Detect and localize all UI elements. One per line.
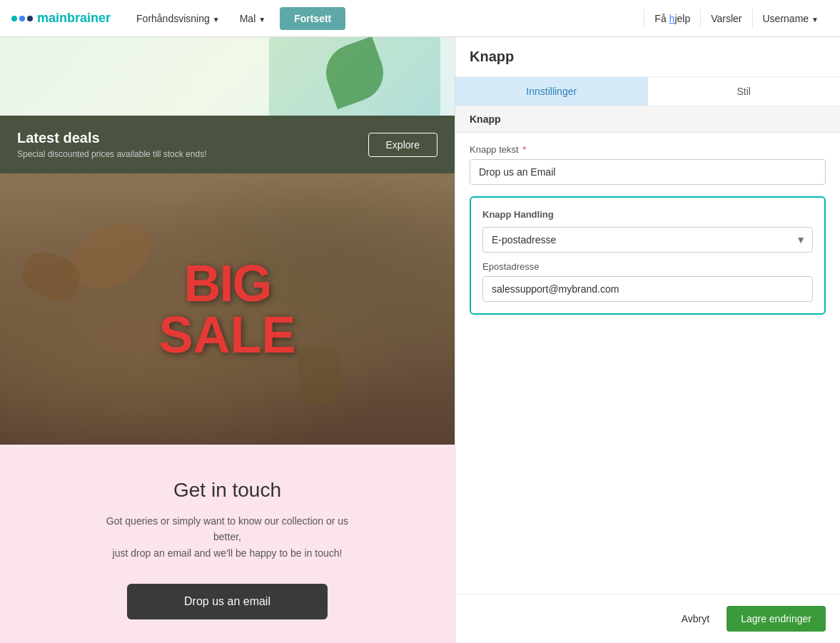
knapp-handling-label: Knapp Handling xyxy=(482,209,813,220)
panel-section-knapp: Knapp xyxy=(455,106,840,133)
nav-mal[interactable]: Mal xyxy=(231,9,274,29)
logo-dot-teal xyxy=(11,16,17,21)
logo-dot-navy xyxy=(27,16,33,21)
tab-innstillinger[interactable]: Innstillinger xyxy=(455,77,648,106)
chevron-down-icon xyxy=(213,13,220,24)
panel-footer: Avbryt Lagre endringer xyxy=(455,594,840,643)
panel-title: Knapp xyxy=(470,49,826,65)
big-text: BIG xyxy=(158,258,295,309)
nav-varsler[interactable]: Varsler xyxy=(700,9,752,29)
epostadresse-label: Epostadresse xyxy=(482,261,813,272)
right-panel: Knapp Innstillinger Stil Knapp Knapp tek… xyxy=(455,37,840,643)
preview-top-image-inner xyxy=(269,37,440,116)
panel-content: Knapp Knapp tekst * Knapp Handling E-pos… xyxy=(455,106,840,594)
sale-image-container: BIG SALE xyxy=(0,173,455,445)
explore-button[interactable]: Explore xyxy=(368,133,437,157)
deals-info: Latest deals Special discounted prices a… xyxy=(17,130,206,159)
deals-title: Latest deals xyxy=(17,130,206,146)
logo-brand: brainer xyxy=(67,11,111,25)
tab-stil[interactable]: Stil xyxy=(648,77,841,106)
epostadresse-input[interactable] xyxy=(482,276,813,302)
handling-select[interactable]: E-postadresse URL Telefon Ingen xyxy=(482,227,813,253)
topnav: mainbrainer Forhåndsvisning Mal Fortsett… xyxy=(0,0,840,37)
logo-dots xyxy=(11,16,33,21)
knapp-tekst-field: Knapp tekst * xyxy=(455,133,840,196)
nav-links: Forhåndsvisning Mal Fortsett xyxy=(128,7,345,30)
big-sale-text: BIG SALE xyxy=(158,258,295,360)
get-in-touch-title: Get in touch xyxy=(17,479,437,502)
chevron-down-icon xyxy=(258,13,265,24)
knapp-tekst-input[interactable] xyxy=(470,159,826,185)
logo-main: main xyxy=(37,11,67,25)
drop-email-button[interactable]: Drop us an email xyxy=(127,584,328,619)
preview-top-image xyxy=(0,37,455,116)
handling-select-wrapper: E-postadresse URL Telefon Ingen ▼ xyxy=(482,227,813,253)
logo[interactable]: mainbrainer xyxy=(11,11,111,26)
main-layout: Latest deals Special discounted prices a… xyxy=(0,37,840,643)
preview-panel: Latest deals Special discounted prices a… xyxy=(0,37,455,643)
nav-help[interactable]: Få hjelp xyxy=(644,9,700,29)
panel-tabs: Innstillinger Stil xyxy=(455,77,840,106)
lagre-button[interactable]: Lagre endringer xyxy=(727,606,826,632)
get-in-touch-body: Got queries or simply want to know our c… xyxy=(99,513,356,561)
chevron-down-icon xyxy=(811,13,819,24)
knapp-handling-box: Knapp Handling E-postadresse URL Telefon… xyxy=(470,196,826,315)
nav-username[interactable]: Username xyxy=(752,9,829,29)
deco-lamp xyxy=(298,347,341,404)
panel-header: Knapp xyxy=(455,37,840,77)
get-in-touch-section: Get in touch Got queries or simply want … xyxy=(0,445,455,643)
leaf-decoration xyxy=(318,37,392,109)
nav-forhandsvisning[interactable]: Forhåndsvisning xyxy=(128,9,228,29)
required-asterisk: * xyxy=(520,144,527,155)
nav-right: Få hjelp Varsler Username xyxy=(644,9,829,29)
logo-dot-blue xyxy=(19,16,25,21)
help-label: Få hjelp xyxy=(654,13,690,24)
logo-text: mainbrainer xyxy=(37,11,111,26)
avbryt-button[interactable]: Avbryt xyxy=(673,607,718,630)
deals-section: Latest deals Special discounted prices a… xyxy=(0,116,455,173)
sale-text: SALE xyxy=(158,309,295,360)
fortsett-button[interactable]: Fortsett xyxy=(280,7,345,30)
knapp-tekst-label: Knapp tekst * xyxy=(470,144,826,155)
deals-subtitle: Special discounted prices available till… xyxy=(17,149,206,159)
